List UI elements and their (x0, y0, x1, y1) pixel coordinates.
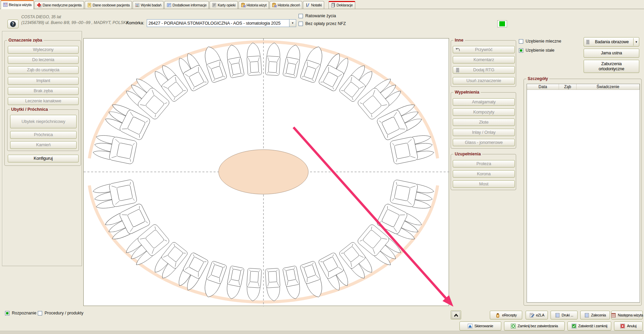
jama-ustna-button[interactable]: Jama ustna (584, 49, 639, 58)
amalgamaty-button[interactable]: Amalgamaty (453, 98, 515, 106)
checkbox-uzebienie-mleczne[interactable]: Uzębienie mleczne (519, 39, 561, 44)
dental-chart (83, 38, 449, 306)
tab-label: Bieżąca wizyta (9, 3, 31, 7)
korona-button[interactable]: Korona (453, 170, 515, 178)
unit-combobox[interactable]: 26427 - PORADNIA STOMATOLOGICZNA - AOS -… (147, 19, 296, 27)
tab-bar: Bieżąca wizytaDane medyczne pacjentaDane… (0, 0, 644, 9)
visit-history-icon (241, 3, 246, 7)
przywróć-button[interactable]: Przywróć (453, 46, 515, 53)
tooth-molar[interactable] (390, 133, 435, 164)
tab-deklaracje[interactable]: Deklaracje (329, 1, 355, 9)
tab-dodatkowe-informacje[interactable]: Dodatkowe informacje (164, 1, 209, 9)
status-indicator (497, 20, 507, 27)
tooth-incisor[interactable] (282, 266, 302, 300)
group-szczegoly: Szczegóły DataZąbŚwiadczenie (524, 79, 642, 306)
ubytek-niepróchnicowy-button[interactable]: Ubytek niepróchnicowy (10, 115, 77, 128)
próchnica-button[interactable]: Próchnica (10, 131, 77, 139)
tab-karty-opieki[interactable]: Karty opieki (209, 1, 238, 9)
skierowanie-button[interactable]: Skierowanie (459, 322, 501, 331)
leczenie-kanałowe-button[interactable]: Leczenie kanałowe (8, 97, 79, 105)
złote-button[interactable]: Złote (453, 119, 515, 126)
tab-stripe (1, 0, 34, 1)
dropdown-arrow-icon[interactable]: ▼ (633, 38, 638, 46)
anuluj-button[interactable]: Anuluj (614, 322, 643, 331)
undo-icon (455, 47, 460, 52)
tooth-molar[interactable] (92, 179, 137, 211)
tooth-incisor[interactable] (246, 268, 262, 301)
declarations-icon (331, 3, 336, 7)
tooth-incisor[interactable] (225, 44, 245, 78)
zaburzenia-ortodontyczne-button[interactable]: Zaburzenia ortodontyczne (584, 60, 639, 73)
xray-film-icon (585, 40, 590, 45)
tooth-molar[interactable] (92, 133, 137, 164)
most-button[interactable]: Most (453, 180, 515, 188)
proteza-button[interactable]: Proteza (453, 160, 515, 168)
zamknij-bez-zatwierdzania-button[interactable]: Zamknij bez zatwierdzania (504, 322, 565, 331)
tab-dane-osobowe-pacjenta[interactable]: Dane osobowe pacjenta (85, 1, 132, 9)
inlay-onlay-button[interactable]: Inlay / Onlay (453, 129, 515, 136)
ząb-do-usunięcia-button[interactable]: Ząb do usunięcia (8, 66, 79, 74)
tab-historia-wizyt[interactable]: Historia wizyt (239, 1, 269, 9)
checkbox-bez-oplaty-nfz[interactable]: Bez opłaty przez NFZ (299, 22, 346, 26)
help-button[interactable]: ? (7, 20, 19, 28)
checkbox-rozpoznanie[interactable]: Rozpoznanie (5, 311, 36, 315)
ezla-doc-icon (529, 313, 534, 318)
tooth-incisor[interactable] (265, 268, 281, 301)
referral-icon (468, 324, 473, 329)
erecepty-button[interactable]: eRecepty (490, 311, 522, 319)
medical-cross-icon (37, 3, 41, 7)
następna-wizyta-button[interactable]: Następna wizyta (611, 311, 643, 319)
zalecenia-button[interactable]: Zalecenia (580, 311, 610, 319)
recommendation-icon (584, 313, 589, 318)
dodaj-rtg-button[interactable]: Dodaj RTG (453, 66, 515, 74)
checkbox-ratowanie-zycia[interactable]: Ratowanie życia (299, 14, 336, 18)
tab-label: Wyniki badań (141, 3, 161, 7)
tooth-incisor[interactable] (283, 44, 303, 78)
do-leczenia-button[interactable]: Do leczenia (8, 56, 79, 64)
ezla-button[interactable]: eZLA (526, 311, 548, 319)
details-column-data[interactable]: Data (527, 84, 559, 89)
extra-info-icon (167, 3, 171, 7)
komentarz-button[interactable]: Komentarz (453, 56, 515, 63)
tab-historia-zleceń[interactable]: Historia zleceń (270, 1, 302, 9)
implant-button[interactable]: Implant (8, 77, 79, 85)
patient-name: COSTA DIEGO, 35 lat (21, 15, 61, 19)
tooth-molar[interactable] (390, 179, 435, 211)
tab-label: Historia wizyt (247, 3, 267, 7)
kompozyty-button[interactable]: Kompozyty (453, 108, 515, 116)
badania-obrazowe-button[interactable]: Badania obrazowe ▼ (584, 37, 639, 47)
tab-bieżąca-wizyta[interactable]: Bieżąca wizyta (1, 0, 34, 9)
tab-label: Dane medyczne pacjenta (43, 3, 81, 7)
tab-label: Karty opieki (218, 3, 235, 7)
druki--button[interactable]: Druki ... (551, 311, 578, 319)
notes-icon (305, 3, 310, 7)
kamień-button[interactable]: Kamień (10, 141, 77, 149)
details-table: DataZąbŚwiadczenie (527, 84, 640, 303)
tooth-incisor[interactable] (246, 42, 262, 75)
combo-dropdown-icon[interactable]: ▼ (289, 20, 296, 27)
chevron-up-icon (453, 313, 459, 317)
confirm-close-icon (571, 324, 577, 329)
brak-zęba-button[interactable]: Brak zęba (8, 87, 79, 95)
usuń-zaznaczenie-button[interactable]: Usuń zaznaczenie (453, 77, 515, 84)
checkbox-uzebienie-stale[interactable]: Uzębienie stałe (519, 48, 554, 53)
collapse-button[interactable] (451, 310, 461, 319)
checkbox-procedury-produkty[interactable]: Procedury / produkty (38, 311, 83, 315)
konfiguruj-button[interactable]: Konfiguruj (8, 155, 79, 162)
cancel-icon (620, 324, 625, 329)
tab-label: Notatki (311, 3, 321, 7)
glass-jonomerowe-button[interactable]: Glass - jonomerowe (453, 139, 515, 146)
tab-label: Dane osobowe pacjenta (93, 3, 130, 7)
tab-dane-medyczne-pacjenta[interactable]: Dane medyczne pacjenta (34, 1, 84, 9)
wyleczony-button[interactable]: Wyleczony (8, 46, 79, 54)
details-column-świadczenie[interactable]: Świadczenie (577, 84, 640, 89)
tab-wyniki-badań[interactable]: Wyniki badań (133, 1, 164, 9)
unit-combobox-value: 26427 - PORADNIA STOMATOLOGICZNA - AOS -… (147, 21, 289, 26)
tab-notatki[interactable]: Notatki (303, 1, 324, 9)
tab-label: Historia zleceń (278, 3, 300, 7)
zatwierdź-i-zamknij-button[interactable]: Zatwierdź i zamknij (567, 322, 611, 331)
tooth-incisor[interactable] (224, 266, 244, 300)
tooth-incisor[interactable] (265, 43, 281, 76)
details-column-ząb[interactable]: Ząb (559, 84, 577, 89)
personal-card-icon (87, 3, 92, 7)
